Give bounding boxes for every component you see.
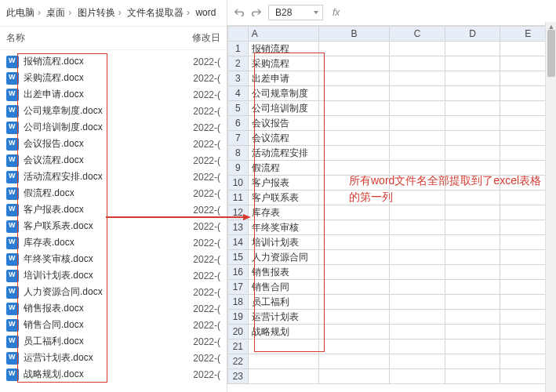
file-row[interactable]: 战略规划.docx2022-( [0, 366, 227, 383]
cell[interactable] [445, 280, 500, 295]
row-header[interactable]: 5 [228, 101, 249, 116]
file-row[interactable]: 会议流程.docx2022-( [0, 152, 227, 169]
cell[interactable] [445, 56, 500, 71]
file-row[interactable]: 报销流程.docx2022-( [0, 53, 227, 70]
row-header[interactable]: 21 [228, 339, 249, 354]
cell[interactable] [319, 161, 390, 176]
cell[interactable] [445, 369, 500, 384]
cell[interactable] [390, 146, 445, 161]
cell[interactable] [390, 101, 445, 116]
cell[interactable] [445, 71, 500, 86]
cell[interactable] [445, 265, 500, 280]
cell[interactable] [319, 42, 390, 56]
cell[interactable]: 运营计划表 [248, 310, 318, 325]
cell[interactable] [319, 131, 390, 146]
cell[interactable] [390, 191, 445, 205]
cell[interactable] [319, 56, 390, 71]
row-header[interactable]: 4 [228, 86, 249, 101]
cell[interactable]: 采购流程 [248, 56, 318, 71]
file-row[interactable]: 销售报表.docx2022-( [0, 300, 227, 317]
row-header[interactable]: 19 [228, 310, 249, 325]
row-header[interactable]: 18 [228, 295, 249, 310]
row-header[interactable]: 9 [228, 161, 249, 176]
cell[interactable]: 年终奖审核 [248, 220, 318, 235]
row-header[interactable]: 3 [228, 71, 249, 86]
row-header[interactable]: 13 [228, 220, 249, 235]
cell[interactable] [390, 369, 445, 384]
cell[interactable]: 出差申请 [248, 71, 318, 86]
cell[interactable] [445, 191, 500, 205]
cell[interactable] [445, 220, 500, 235]
cell[interactable] [390, 86, 445, 101]
row-header[interactable]: 2 [228, 56, 249, 71]
cell[interactable]: 报销流程 [248, 42, 318, 56]
column-header[interactable]: C [390, 27, 445, 42]
cell[interactable] [390, 280, 445, 295]
cell[interactable] [445, 161, 500, 176]
cell[interactable] [445, 176, 500, 191]
cell[interactable] [319, 295, 390, 310]
row-header[interactable]: 6 [228, 116, 249, 131]
file-row[interactable]: 假流程.docx2022-( [0, 185, 227, 201]
cell[interactable] [390, 250, 445, 265]
cell[interactable] [390, 116, 445, 131]
cell[interactable] [319, 354, 390, 369]
file-row[interactable]: 库存表.docx2022-( [0, 234, 227, 251]
cell[interactable] [445, 295, 500, 310]
cell[interactable]: 培训计划表 [248, 235, 318, 250]
cell[interactable] [445, 339, 500, 354]
column-header[interactable]: B [319, 27, 390, 42]
cell[interactable] [319, 325, 390, 339]
cell[interactable] [319, 310, 390, 325]
cell[interactable] [319, 116, 390, 131]
cell[interactable] [319, 235, 390, 250]
fx-icon[interactable]: fx [333, 7, 340, 18]
cell[interactable] [319, 250, 390, 265]
cell[interactable] [445, 131, 500, 146]
cell[interactable]: 员工福利 [248, 295, 318, 310]
scroll-thumb[interactable] [547, 30, 555, 77]
undo-icon[interactable] [234, 7, 245, 18]
cell[interactable] [319, 265, 390, 280]
cell[interactable]: 客户联系表 [248, 191, 318, 205]
cell[interactable] [319, 146, 390, 161]
cell[interactable] [390, 265, 445, 280]
row-header[interactable]: 1 [228, 42, 249, 56]
row-header[interactable]: 11 [228, 191, 249, 205]
file-row[interactable]: 客户联系表.docx2022-( [0, 218, 227, 234]
row-header[interactable]: 22 [228, 354, 249, 369]
row-header[interactable]: 20 [228, 325, 249, 339]
cell[interactable] [390, 295, 445, 310]
cell[interactable]: 公司规章制度 [248, 86, 318, 101]
cell[interactable] [390, 42, 445, 56]
cell[interactable] [390, 354, 445, 369]
row-header[interactable]: 10 [228, 176, 249, 191]
row-header[interactable]: 23 [228, 369, 249, 384]
cell[interactable] [390, 56, 445, 71]
row-header[interactable]: 12 [228, 205, 249, 220]
breadcrumb-item[interactable]: 文件名提取器 [127, 7, 184, 18]
cell[interactable] [248, 339, 318, 354]
cell[interactable] [390, 220, 445, 235]
cell[interactable] [445, 310, 500, 325]
cell[interactable] [390, 339, 445, 354]
file-row[interactable]: 会议报告.docx2022-( [0, 136, 227, 152]
cell[interactable] [390, 205, 445, 220]
cell[interactable] [445, 205, 500, 220]
file-row[interactable]: 销售合同.docx2022-( [0, 317, 227, 333]
file-row[interactable]: 培训计划表.docx2022-( [0, 267, 227, 284]
cell[interactable] [319, 369, 390, 384]
header-name[interactable]: 名称 [6, 31, 189, 45]
cell[interactable]: 战略规划 [248, 325, 318, 339]
cell[interactable] [390, 176, 445, 191]
column-header[interactable]: D [445, 27, 500, 42]
cell[interactable] [248, 369, 318, 384]
file-row[interactable]: 年终奖审核.docx2022-( [0, 251, 227, 267]
name-box[interactable]: B28 [268, 5, 323, 20]
cell[interactable] [445, 250, 500, 265]
cell[interactable]: 活动流程安排 [248, 146, 318, 161]
cell[interactable] [445, 116, 500, 131]
cell[interactable] [319, 205, 390, 220]
cell[interactable] [319, 220, 390, 235]
cell[interactable]: 人力资源合同 [248, 250, 318, 265]
